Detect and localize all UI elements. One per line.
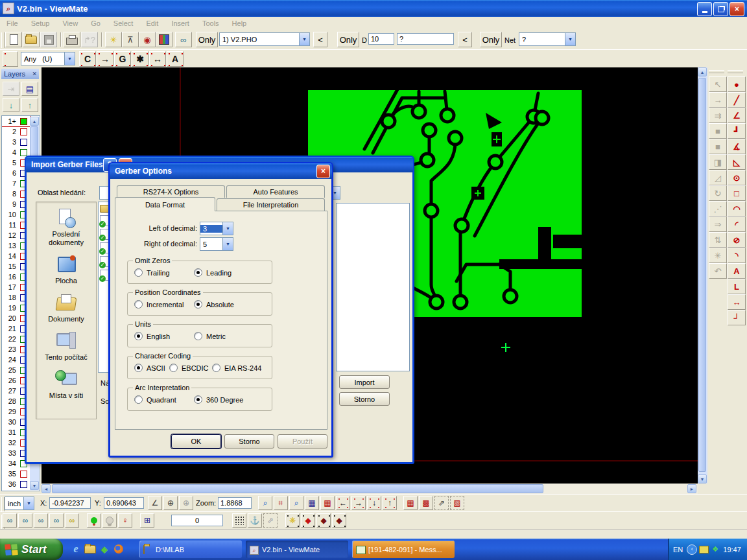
layer-row[interactable]: 2 <box>2 126 30 137</box>
prev-layer-button[interactable]: < <box>313 32 327 47</box>
pan-left-icon[interactable]: ← <box>336 496 350 510</box>
relative-origin-icon[interactable]: ⊕ <box>179 496 193 510</box>
angle-tool-button[interactable]: ∡ <box>728 139 746 154</box>
hide-icons-icon[interactable]: ‹ <box>687 544 697 555</box>
layer-up-button[interactable]: ↑ <box>21 98 38 112</box>
only-dcode-button[interactable]: Only <box>337 32 359 47</box>
grid-window-icon[interactable]: ▦ <box>305 496 319 510</box>
aperture-filter-button[interactable] <box>3 51 18 67</box>
stretch-icon[interactable]: ⇗ <box>434 496 449 510</box>
layer-dock-button[interactable]: ⇥ <box>3 82 19 96</box>
menu-select[interactable]: Select <box>107 18 140 29</box>
restore-button[interactable] <box>713 2 728 16</box>
ok-button[interactable]: OK <box>171 434 221 449</box>
grid-red-icon[interactable]: ▦ <box>320 496 335 510</box>
rectangle-tool-button[interactable]: □ <box>728 185 746 201</box>
menu-insert[interactable]: Insert <box>165 18 196 29</box>
vector-icon[interactable]: ⇗ <box>263 513 278 528</box>
open-file-button[interactable] <box>23 32 40 47</box>
place-recent[interactable]: Poslední dokumenty <box>38 209 95 247</box>
arc-cw-tool-button[interactable]: ◝ <box>728 248 746 263</box>
mirror-tool-button[interactable]: ◨ <box>709 154 727 170</box>
menu-edit[interactable]: Edit <box>139 18 165 29</box>
rotate-tool-button[interactable]: ↻ <box>709 185 727 201</box>
chevron-down-icon[interactable]: ▼ <box>23 497 34 509</box>
chevron-down-icon[interactable]: ▼ <box>64 52 75 65</box>
canvas-vscrollbar[interactable]: ▲ ▼ <box>698 67 707 484</box>
start-button[interactable]: Start <box>0 539 63 560</box>
radio-quadrant[interactable]: Quadrant <box>134 395 176 404</box>
chevron-down-icon[interactable]: ▼ <box>222 238 233 250</box>
net-select[interactable]: ? ▼ <box>519 32 576 46</box>
grid-dots-icon[interactable] <box>232 513 246 528</box>
aperture-arrow-button[interactable]: → <box>97 51 113 67</box>
apply-button[interactable]: Použít <box>278 434 327 449</box>
anchor-icon[interactable]: ⚓ <box>248 513 262 528</box>
dcode-input[interactable]: 10 <box>368 33 394 45</box>
radio-absolute[interactable]: Absolute <box>194 300 234 309</box>
bend-tool-button[interactable]: ┘ <box>728 310 746 325</box>
menu-go[interactable]: Go <box>84 18 107 29</box>
scroll-down-icon[interactable]: ▼ <box>698 474 707 484</box>
radio-ascii[interactable]: ASCII <box>134 364 165 372</box>
scroll-right-icon[interactable]: ► <box>687 484 696 493</box>
close-icon[interactable]: × <box>316 165 330 178</box>
target-origin-icon[interactable]: ⊕ <box>163 496 178 510</box>
pan-down-icon[interactable]: ↓ <box>367 496 381 510</box>
select-area-icon[interactable]: ▧ <box>450 496 464 510</box>
radio-leading[interactable]: Leading <box>194 268 231 277</box>
aperture-circle-button[interactable]: C <box>79 51 96 67</box>
pan-right-icon[interactable]: → <box>351 496 366 510</box>
radio-trailing[interactable]: Trailing <box>134 268 170 277</box>
corner-tool-button[interactable]: ┛ <box>728 123 746 139</box>
layer-down-button[interactable]: ↓ <box>3 98 19 112</box>
layer-row[interactable]: 3 <box>2 137 30 147</box>
only-net-button[interactable]: Only <box>480 32 502 47</box>
pad-mode-icon[interactable]: ◆ <box>301 513 315 528</box>
save-file-button[interactable] <box>40 32 57 47</box>
aperture-star-button[interactable]: ✱ <box>132 51 148 67</box>
flash-view-button[interactable]: ✳ <box>105 32 122 47</box>
arc-ccw-tool-button[interactable]: ◜ <box>728 216 746 232</box>
ellipse-tool-button[interactable]: ⊘ <box>728 232 746 248</box>
cancel-button[interactable]: Storno <box>339 392 390 406</box>
layer-color-swatch[interactable] <box>20 149 27 156</box>
layer-row[interactable]: 35 <box>2 469 30 479</box>
print-button[interactable] <box>64 32 80 47</box>
aperture-gcode-button[interactable]: G <box>114 51 131 67</box>
import-button[interactable]: Import <box>339 375 390 389</box>
radio-incremental[interactable]: Incremental <box>134 300 184 309</box>
layer-color-swatch[interactable] <box>20 139 27 146</box>
tab-rs274x-options[interactable]: RS274-X Options <box>117 185 225 198</box>
unit-select[interactable]: inch ▼ <box>5 496 34 510</box>
context-help-button[interactable]: ↱? <box>81 32 98 47</box>
swap-tool-button[interactable]: ⇅ <box>709 232 727 248</box>
chevron-down-icon[interactable]: ▼ <box>299 33 309 45</box>
radio-english[interactable]: English <box>134 332 170 340</box>
prev-net-button[interactable]: < <box>458 32 472 47</box>
zoom-grid-icon[interactable]: ⌗ <box>274 496 288 510</box>
layer-select[interactable]: 1) V2.PHO ▼ <box>219 32 310 46</box>
view-lines-icon[interactable]: ∞ <box>18 513 32 528</box>
scroll-down-icon[interactable]: ▼ <box>30 481 39 490</box>
layer-color-swatch[interactable] <box>20 471 27 478</box>
green-app-icon[interactable]: ◈ <box>99 543 110 555</box>
menu-setup[interactable]: Setup <box>25 18 56 29</box>
grid-add-icon[interactable]: ▦ <box>403 496 418 510</box>
layer-table-button[interactable]: ▤ <box>21 82 38 96</box>
polyline-tool-button[interactable]: ∠ <box>728 108 746 123</box>
menu-help[interactable]: Help <box>226 18 254 29</box>
tab-auto-features[interactable]: Auto Features <box>226 185 325 198</box>
left-of-decimal-select[interactable]: 3 ▼ <box>200 222 233 235</box>
folder-quicklaunch-icon[interactable] <box>84 543 96 555</box>
aperture-type-select[interactable]: Any (U) ▼ <box>21 52 75 65</box>
tab-file-interpretation[interactable]: File Interpretation <box>217 198 325 211</box>
triangle-tool-button[interactable]: ◺ <box>728 154 746 170</box>
circle-tool-button[interactable]: ⊙ <box>728 170 746 185</box>
layer-color-swatch[interactable] <box>20 118 27 125</box>
menu-tools[interactable]: Tools <box>196 18 226 29</box>
pad-tool-button[interactable]: ● <box>728 76 746 92</box>
task-messenger[interactable]: [191-482-091] - Mess... <box>352 541 455 558</box>
settings-tool-button[interactable]: ✳ <box>709 248 727 263</box>
layer-color-swatch[interactable] <box>20 128 27 135</box>
